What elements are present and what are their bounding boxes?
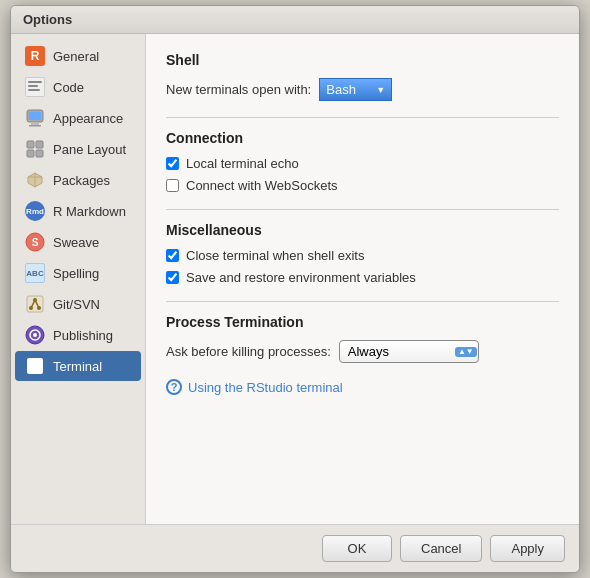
shell-field-row: New terminals open with: Bash Zsh sh Oth… — [166, 78, 559, 101]
close-terminal-checkbox[interactable] — [166, 249, 179, 262]
packages-icon — [25, 170, 45, 190]
dialog-footer: OK Cancel Apply — [11, 524, 579, 572]
local-echo-checkbox[interactable] — [166, 157, 179, 170]
websockets-checkbox[interactable] — [166, 179, 179, 192]
spelling-icon: ABC — [25, 263, 45, 283]
local-echo-label: Local terminal echo — [186, 156, 299, 171]
svg-point-19 — [33, 298, 37, 302]
svg-rect-10 — [36, 150, 43, 157]
shell-section: Shell New terminals open with: Bash Zsh … — [166, 52, 559, 101]
process-field-row: Ask before killing processes: Always Nev… — [166, 340, 559, 363]
publishing-icon — [25, 325, 45, 345]
shell-select-wrapper: Bash Zsh sh Other... — [319, 78, 392, 101]
ask-label: Ask before killing processes: — [166, 344, 331, 359]
miscellaneous-title: Miscellaneous — [166, 222, 559, 238]
process-termination-title: Process Termination — [166, 314, 559, 330]
process-select[interactable]: Always Never Ask — [339, 340, 479, 363]
svg-rect-4 — [29, 112, 41, 120]
sidebar-label-general: General — [53, 49, 99, 64]
svg-point-18 — [37, 306, 41, 310]
svg-rect-23 — [27, 358, 43, 374]
title-bar: Options — [11, 6, 579, 34]
sidebar-label-r-markdown: R Markdown — [53, 204, 126, 219]
sidebar-label-spelling: Spelling — [53, 266, 99, 281]
sidebar-label-packages: Packages — [53, 173, 110, 188]
help-link[interactable]: ? Using the RStudio terminal — [166, 379, 559, 395]
apply-button[interactable]: Apply — [490, 535, 565, 562]
sidebar: R General Code Appearance — [11, 34, 146, 524]
separator-2 — [166, 209, 559, 210]
sidebar-item-appearance[interactable]: Appearance — [15, 103, 141, 133]
content-panel: Shell New terminals open with: Bash Zsh … — [146, 34, 579, 524]
sidebar-item-sweave[interactable]: S Sweave — [15, 227, 141, 257]
new-terminals-label: New terminals open with: — [166, 82, 311, 97]
websockets-row: Connect with WebSockets — [166, 178, 559, 193]
sidebar-item-general[interactable]: R General — [15, 41, 141, 71]
sidebar-item-spelling[interactable]: ABC Spelling — [15, 258, 141, 288]
r-markdown-icon: Rmd — [25, 201, 45, 221]
appearance-icon — [25, 108, 45, 128]
sidebar-label-publishing: Publishing — [53, 328, 113, 343]
svg-point-22 — [33, 333, 37, 337]
shell-title: Shell — [166, 52, 559, 68]
sidebar-label-appearance: Appearance — [53, 111, 123, 126]
sidebar-item-publishing[interactable]: Publishing — [15, 320, 141, 350]
sidebar-item-pane-layout[interactable]: Pane Layout — [15, 134, 141, 164]
process-select-wrapper: Always Never Ask — [339, 340, 479, 363]
terminal-icon — [25, 356, 45, 376]
sidebar-label-terminal: Terminal — [53, 359, 102, 374]
code-icon — [25, 77, 45, 97]
git-svn-icon — [25, 294, 45, 314]
svg-text:S: S — [32, 237, 39, 248]
cancel-button[interactable]: Cancel — [400, 535, 482, 562]
miscellaneous-section: Miscellaneous Close terminal when shell … — [166, 222, 559, 285]
sidebar-item-code[interactable]: Code — [15, 72, 141, 102]
svg-rect-1 — [28, 85, 38, 87]
sidebar-item-terminal[interactable]: Terminal — [15, 351, 141, 381]
dialog-body: R General Code Appearance — [11, 34, 579, 524]
save-restore-row: Save and restore environment variables — [166, 270, 559, 285]
sidebar-item-r-markdown[interactable]: Rmd R Markdown — [15, 196, 141, 226]
separator-1 — [166, 117, 559, 118]
separator-3 — [166, 301, 559, 302]
shell-select[interactable]: Bash Zsh sh Other... — [320, 79, 391, 100]
sidebar-label-git-svn: Git/SVN — [53, 297, 100, 312]
svg-rect-5 — [31, 122, 39, 125]
help-icon: ? — [166, 379, 182, 395]
general-icon: R — [25, 46, 45, 66]
sidebar-label-pane-layout: Pane Layout — [53, 142, 126, 157]
save-restore-label: Save and restore environment variables — [186, 270, 416, 285]
svg-rect-2 — [28, 89, 40, 91]
dialog-title: Options — [23, 12, 72, 27]
sidebar-label-code: Code — [53, 80, 84, 95]
svg-point-17 — [29, 306, 33, 310]
sidebar-item-git-svn[interactable]: Git/SVN — [15, 289, 141, 319]
svg-rect-8 — [36, 141, 43, 148]
process-termination-section: Process Termination Ask before killing p… — [166, 314, 559, 363]
svg-rect-9 — [27, 150, 34, 157]
local-echo-row: Local terminal echo — [166, 156, 559, 171]
help-link-label: Using the RStudio terminal — [188, 380, 343, 395]
ok-button[interactable]: OK — [322, 535, 392, 562]
save-restore-checkbox[interactable] — [166, 271, 179, 284]
sweave-icon: S — [25, 232, 45, 252]
svg-rect-7 — [27, 141, 34, 148]
pane-layout-icon — [25, 139, 45, 159]
connection-section: Connection Local terminal echo Connect w… — [166, 130, 559, 193]
sidebar-label-sweave: Sweave — [53, 235, 99, 250]
sidebar-item-packages[interactable]: Packages — [15, 165, 141, 195]
close-terminal-row: Close terminal when shell exits — [166, 248, 559, 263]
svg-rect-6 — [29, 125, 41, 127]
connection-title: Connection — [166, 130, 559, 146]
options-dialog: Options R General Code Appearance — [10, 5, 580, 573]
svg-rect-0 — [28, 81, 42, 83]
close-terminal-label: Close terminal when shell exits — [186, 248, 364, 263]
websockets-label: Connect with WebSockets — [186, 178, 338, 193]
